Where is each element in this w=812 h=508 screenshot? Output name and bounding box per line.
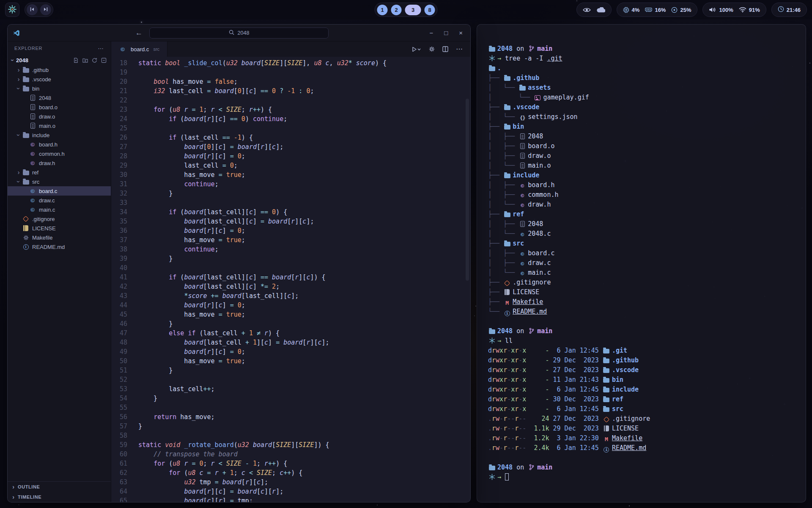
workspace-3-active[interactable]: 3 [405, 5, 421, 15]
code-line-20[interactable]: 20 bool has_move = false; [111, 77, 470, 86]
explorer-item-include[interactable]: ›include [8, 130, 111, 140]
code-line-47[interactable]: 47 else if (last_cell + 1 ≠ r) { [111, 329, 470, 338]
code-line-43[interactable]: 43 *score += board[last_cell][c]; [111, 291, 470, 301]
code-line-60[interactable]: 60 // transpose the board [111, 450, 470, 459]
code-line-57[interactable]: 57} [111, 422, 470, 431]
explorer-item-draw.o[interactable]: draw.o [8, 112, 111, 121]
refresh-icon[interactable] [92, 58, 97, 63]
code-line-24[interactable]: 24 if (board[r][c] == 0) continue; [111, 114, 470, 124]
code-line-35[interactable]: 35 board[last_cell][c] = board[r][c]; [111, 217, 470, 226]
code-line-41[interactable]: 41 if (board[last_cell][c] == board[r][c… [111, 273, 470, 282]
sidebar-section-timeline[interactable]: ›TIMELINE [8, 492, 111, 502]
code-line-44[interactable]: 44 board[r][c] = 0; [111, 301, 470, 310]
code-line-18[interactable]: 18static bool _slide_col(u32 board[SIZE]… [111, 58, 470, 68]
explorer-item-README.md[interactable]: iREADME.md [8, 242, 111, 251]
code-line-23[interactable]: 23 for (u8 r = 1; r < SIZE; r++) { [111, 105, 470, 114]
code-line-21[interactable]: 21 i32 last_cell = board[0][c] == 0 ? -1… [111, 86, 470, 96]
code-line-19[interactable]: 19 [111, 68, 470, 77]
run-icon[interactable] [412, 47, 421, 52]
skip-forward-button[interactable] [40, 4, 51, 15]
code-line-46[interactable]: 46 } [111, 319, 470, 329]
code-editor[interactable]: 18static bool _slide_col(u32 board[SIZE]… [111, 57, 470, 502]
code-line-26[interactable]: 26 if (last_cell == -1) { [111, 133, 470, 142]
explorer-item-src[interactable]: ›src [8, 177, 111, 186]
explorer-item-draw.c[interactable]: ©draw.c [8, 196, 111, 205]
code-line-61[interactable]: 61 for (u8 r = 0; r < SIZE - 1; r++) { [111, 459, 470, 468]
explorer-item-main.c[interactable]: ©main.c [8, 205, 111, 214]
code-line-25[interactable]: 25 [111, 124, 470, 133]
code-line-56[interactable]: 56 return has_move; [111, 412, 470, 422]
code-line-29[interactable]: 29 last_cell = 0; [111, 161, 470, 170]
code-line-55[interactable]: 55 [111, 403, 470, 412]
workspace-2[interactable]: 2 [391, 5, 402, 15]
explorer-item-board.c[interactable]: ©board.c [8, 186, 111, 196]
terminal-window[interactable]: 2048 on main→ tree -a -I .git.├── .githu… [477, 24, 806, 502]
explorer-item-draw.h[interactable]: ©draw.h [8, 158, 111, 168]
code-line-40[interactable]: 40 [111, 263, 470, 273]
code-line-63[interactable]: 63 u32 tmp = board[r][c]; [111, 478, 470, 487]
code-line-33[interactable]: 33 [111, 198, 470, 207]
code-line-65[interactable]: 65 board[c][r] = tmp; [111, 496, 470, 502]
explorer-item-LICENSE[interactable]: LICENSE [8, 224, 111, 233]
explorer-item-ref[interactable]: ›ref [8, 168, 111, 177]
code-line-58[interactable]: 58 [111, 431, 470, 440]
explorer-item-.gitignore[interactable]: .gitignore [8, 214, 111, 224]
code-line-54[interactable]: 54 } [111, 394, 470, 403]
code-line-62[interactable]: 62 for (u8 c = r + 1; c < SIZE; c++) { [111, 468, 470, 478]
new-file-icon[interactable] [73, 58, 79, 63]
settings-icon[interactable] [429, 46, 435, 52]
code-line-38[interactable]: 38 continue; [111, 245, 470, 254]
skip-back-button[interactable] [27, 4, 38, 15]
explorer-item-2048[interactable]: 2048 [8, 93, 111, 102]
code-line-34[interactable]: 34 if (board[last_cell][c] == 0) { [111, 207, 470, 217]
explorer-item-common.h[interactable]: ©common.h [8, 149, 111, 158]
terminal-line: .rw-r--r-- 24 27 Dec 2023 .gitignore [488, 414, 795, 424]
volume-wifi-pill[interactable]: 100%91% [702, 3, 766, 17]
split-editor-icon[interactable] [442, 46, 448, 52]
code-line-52[interactable]: 52 [111, 375, 470, 384]
command-center-search[interactable]: 2048 [149, 28, 329, 39]
code-line-28[interactable]: 28 board[r][c] = 0; [111, 152, 470, 161]
editor-scrollbar[interactable] [466, 99, 469, 281]
explorer-item-bin[interactable]: ›bin [8, 84, 111, 93]
code-line-30[interactable]: 30 has_move = true; [111, 170, 470, 179]
code-line-53[interactable]: 53 last_cell++; [111, 384, 470, 394]
explorer-item-board.h[interactable]: ©board.h [8, 140, 111, 149]
code-line-64[interactable]: 64 board[r][c] = board[c][r]; [111, 487, 470, 496]
code-line-48[interactable]: 48 board[last_cell + 1][c] = board[r][c]… [111, 338, 470, 347]
code-line-36[interactable]: 36 board[r][c] = 0; [111, 226, 470, 235]
explorer-item-main.o[interactable]: main.o [8, 121, 111, 130]
code-line-45[interactable]: 45 has_move = true; [111, 310, 470, 319]
close-button[interactable]: × [459, 29, 463, 36]
explorer-item-Makefile[interactable]: Makefile [8, 233, 111, 242]
workspace-1[interactable]: 1 [377, 5, 388, 15]
code-line-51[interactable]: 51 } [111, 366, 470, 375]
code-line-50[interactable]: 50 has_move = true; [111, 356, 470, 366]
code-line-39[interactable]: 39 } [111, 254, 470, 263]
minimize-button[interactable]: − [429, 29, 433, 36]
code-line-32[interactable]: 32 } [111, 189, 470, 198]
sidebar-section-outline[interactable]: ›OUTLINE [8, 482, 111, 492]
code-line-31[interactable]: 31 continue; [111, 179, 470, 189]
more-icon[interactable]: ⋯ [456, 46, 463, 52]
launcher-button[interactable] [5, 3, 19, 17]
code-line-59[interactable]: 59static void _rotate_board(u32 board[SI… [111, 440, 470, 450]
collapse-folders-icon[interactable] [101, 58, 107, 63]
explorer-root-folder[interactable]: › 2048 [8, 55, 111, 65]
code-line-22[interactable]: 22 [111, 96, 470, 105]
code-line-49[interactable]: 49 board[r][c] = 0; [111, 347, 470, 356]
workspace-8[interactable]: 8 [425, 5, 435, 15]
explorer-more-icon[interactable]: ⋯ [98, 45, 104, 52]
explorer-item-.github[interactable]: ›.github [8, 65, 111, 75]
code-line-37[interactable]: 37 has_move = true; [111, 235, 470, 245]
explorer-item-board.o[interactable]: board.o [8, 102, 111, 112]
indicators-pill[interactable] [576, 3, 612, 17]
code-line-27[interactable]: 27 board[0][c] = board[r][c]; [111, 142, 470, 152]
tab-board.c[interactable]: © board.c src [111, 41, 167, 57]
history-back-icon[interactable]: ← [135, 29, 143, 37]
new-folder-icon[interactable] [82, 58, 88, 63]
editor-titlebar[interactable]: ← → 2048 − □ × [8, 25, 470, 41]
explorer-item-.vscode[interactable]: ›.vscode [8, 75, 111, 84]
code-line-42[interactable]: 42 board[last_cell][c] *= 2; [111, 282, 470, 291]
maximize-button[interactable]: □ [444, 29, 448, 36]
